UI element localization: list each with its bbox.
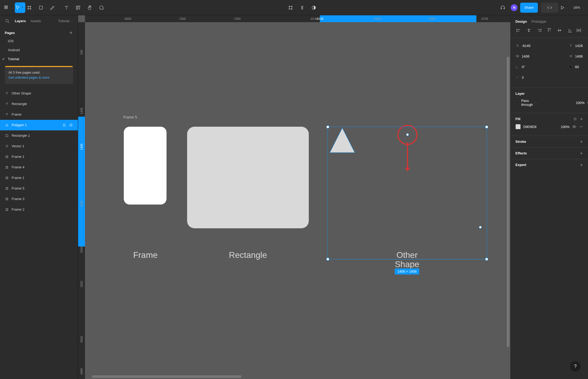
fill-color-chip[interactable]	[515, 124, 521, 129]
selection-bounds	[328, 127, 487, 259]
x-label: X	[515, 44, 520, 48]
selection-handle[interactable]	[326, 126, 329, 128]
sides-input[interactable]	[522, 75, 566, 79]
align-hcenter-icon	[526, 28, 532, 33]
canvas[interactable]: -8000-7500-7000-6145-5500-5000-4739-6145…	[78, 15, 510, 379]
canvas-caption-frame[interactable]: Frame	[133, 250, 158, 260]
comment-icon	[99, 5, 104, 10]
align-left-button[interactable]	[514, 27, 523, 34]
tab-prototype[interactable]: Prototype	[532, 20, 546, 23]
upsell-link[interactable]: Get unlimited pages & more	[8, 76, 49, 79]
layer-row[interactable]: Frame	[0, 109, 78, 120]
chevron-down-icon	[70, 20, 73, 22]
scrollbar-horizontal[interactable]	[92, 375, 507, 378]
minus-icon[interactable]	[579, 125, 583, 129]
frame-tool-button[interactable]	[26, 2, 37, 13]
page-item[interactable]: Android	[0, 45, 78, 54]
scrollbar-vertical[interactable]	[507, 29, 509, 375]
voice-button[interactable]	[497, 2, 508, 13]
shape-tool-button[interactable]	[38, 2, 49, 13]
pen-tool-button[interactable]	[50, 2, 60, 13]
layer-row[interactable]: Frame 4	[0, 162, 78, 173]
mask-button[interactable]	[309, 2, 319, 13]
hand-tool-button[interactable]	[84, 2, 95, 13]
tab-layers[interactable]: Layers	[15, 19, 26, 23]
w-input[interactable]	[522, 54, 566, 58]
layer-opacity-input[interactable]	[540, 101, 585, 105]
selection-handle[interactable]	[485, 126, 488, 128]
fill-opacity-input[interactable]	[556, 125, 570, 129]
page-item[interactable]: iOS	[0, 36, 78, 45]
pen-icon	[50, 5, 55, 10]
fill-hex-input[interactable]: D9D9D9	[523, 125, 554, 129]
component-button[interactable]	[297, 2, 307, 13]
selection-handle[interactable]	[326, 258, 329, 260]
share-button[interactable]: Share	[520, 3, 538, 13]
layer-row[interactable]: Frame 1	[0, 173, 78, 183]
resources-button[interactable]	[73, 2, 83, 13]
radius-input[interactable]	[575, 65, 588, 69]
text-icon	[5, 102, 9, 106]
align-vcenter-button[interactable]	[555, 27, 564, 34]
canvas-caption-other[interactable]: Other Shape	[395, 250, 419, 269]
y-input[interactable]	[575, 44, 588, 48]
scrollbar-thumb[interactable]	[92, 375, 241, 378]
tab-design[interactable]: Design	[515, 20, 527, 23]
align-top-button[interactable]	[545, 27, 553, 34]
help-button[interactable]: ?	[570, 361, 581, 372]
svg-point-46	[518, 77, 519, 77]
search-icon[interactable]	[5, 18, 10, 24]
layer-name: Rectangle 1	[12, 134, 30, 138]
file-name-dropdown[interactable]: Tutorial	[58, 19, 73, 23]
present-button[interactable]	[559, 2, 570, 13]
layer-row[interactable]: Frame 2	[0, 204, 78, 215]
scrollbar-thumb[interactable]	[507, 57, 509, 347]
plus-icon[interactable]	[580, 117, 583, 121]
main-menu-button[interactable]	[3, 2, 14, 13]
text-tool-button[interactable]	[61, 2, 72, 13]
canvas-frame-shape[interactable]	[124, 127, 167, 205]
layer-row[interactable]: Other Shape	[0, 88, 78, 99]
stage[interactable]: Frame 5 Frame Rectangle Other Shape 1406…	[85, 22, 510, 379]
eye-icon[interactable]	[69, 123, 73, 127]
page-item[interactable]: Tutorial	[0, 54, 78, 63]
x-input[interactable]	[522, 44, 566, 48]
selection-handle[interactable]	[485, 258, 488, 260]
plus-icon[interactable]	[580, 151, 583, 155]
layer-row[interactable]: Frame 1	[0, 151, 78, 162]
styles-icon[interactable]	[573, 117, 577, 121]
canvas-caption-rectangle[interactable]: Rectangle	[229, 250, 267, 260]
layer-row[interactable]: Frame 3	[0, 194, 78, 204]
lock-icon[interactable]	[62, 123, 66, 127]
h-input[interactable]	[575, 54, 588, 58]
align-hcenter-button[interactable]	[525, 27, 533, 34]
align-selection-button[interactable]	[285, 2, 296, 13]
distribute-button[interactable]	[576, 27, 584, 34]
rotation-input[interactable]	[522, 65, 566, 69]
layer-row[interactable]: Rectangle	[0, 99, 78, 109]
frame-name-label[interactable]: Frame 5	[123, 115, 137, 119]
tab-assets[interactable]: Assets	[31, 19, 41, 23]
layer-name: Other Shape	[12, 91, 31, 95]
move-tool-button[interactable]	[15, 2, 25, 13]
layer-row[interactable]: Polygon 1	[0, 120, 78, 130]
avatar[interactable]: N	[511, 4, 518, 11]
canvas-rectangle-shape[interactable]	[187, 127, 309, 228]
layer-name: Frame 2	[12, 207, 24, 211]
align-top-icon	[547, 28, 552, 33]
zoom-control[interactable]: 16%	[573, 6, 585, 10]
blend-mode-select[interactable]: Pass through	[521, 99, 533, 107]
align-right-button[interactable]	[535, 27, 543, 34]
figma-logo-icon	[3, 5, 9, 10]
layer-row[interactable]: Vector 1	[0, 141, 78, 151]
align-bottom-button[interactable]	[566, 27, 574, 34]
eye-icon[interactable]	[572, 125, 576, 129]
layer-row[interactable]: Frame 5	[0, 183, 78, 194]
layer-row[interactable]: Rectangle 1	[0, 130, 78, 141]
plus-icon[interactable]	[580, 140, 583, 144]
comment-tool-button[interactable]	[96, 2, 107, 13]
dev-mode-toggle[interactable]	[541, 3, 558, 13]
svg-point-50	[574, 118, 575, 118]
plus-icon[interactable]	[580, 163, 583, 167]
add-page-icon[interactable]	[69, 31, 73, 35]
